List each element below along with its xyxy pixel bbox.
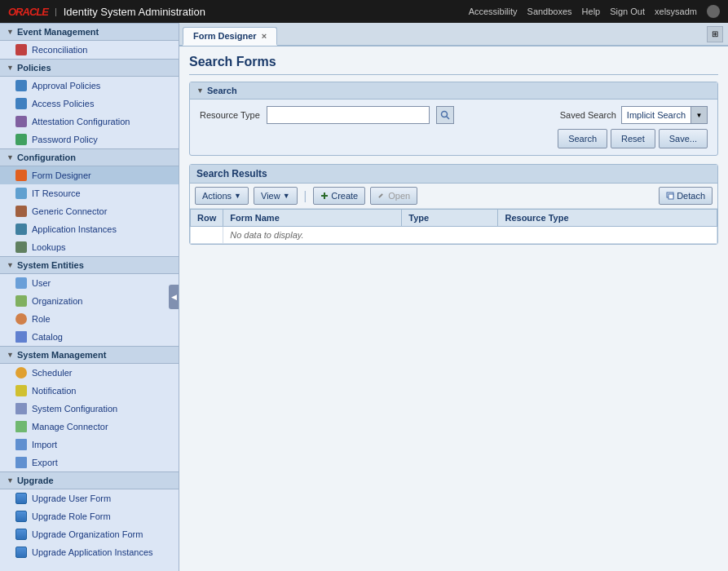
col-header-form-name: Form Name (223, 210, 402, 227)
section-toggle-upgrade[interactable]: ▼ (7, 476, 14, 485)
user-icon (15, 277, 28, 290)
results-toolbar: Actions ▼ View ▼ | Create (190, 184, 717, 209)
sidebar-item-application-instances[interactable]: Application Instances (0, 220, 179, 238)
sidebar-item-user[interactable]: User (0, 274, 179, 292)
sidebar-label-it-resource: IT Resource (32, 188, 81, 198)
sidebar-label-export: Export (32, 458, 58, 467)
sandboxes-link[interactable]: Sandboxes (527, 7, 572, 16)
open-label: Open (388, 191, 410, 201)
detach-button[interactable]: Detach (659, 187, 713, 205)
export-icon (15, 456, 28, 469)
save-button[interactable]: Save... (659, 129, 708, 148)
sidebar-item-system-configuration[interactable]: System Configuration (0, 400, 179, 418)
sidebar-label-generic-connector: Generic Connector (32, 206, 107, 216)
search-section: ▼ Search Resource Type (189, 82, 718, 156)
section-toggle-system-entities[interactable]: ▼ (7, 261, 14, 269)
results-table: Row Form Name Type Resource Type No data… (190, 209, 717, 244)
sidebar-item-role[interactable]: Role (0, 310, 179, 328)
view-label: View (261, 191, 280, 201)
sidebar-label-import: Import (32, 440, 57, 449)
header-left: ORACLE | Identity System Administration (8, 6, 205, 18)
sidebar-item-import[interactable]: Import (0, 436, 179, 454)
create-label: Create (331, 191, 358, 201)
sidebar-item-manage-connector[interactable]: Manage Connector (0, 418, 179, 436)
sidebar-item-upgrade-role-form[interactable]: Upgrade Role Form (0, 507, 179, 525)
results-header: Search Results (190, 165, 717, 184)
section-toggle-event-management[interactable]: ▼ (7, 28, 14, 36)
search-section-title: Search (207, 86, 237, 95)
resource-type-search-icon-btn[interactable] (436, 106, 454, 124)
search-button[interactable]: Search (558, 129, 607, 148)
table-no-data-message: No data to display. (223, 227, 717, 244)
sidebar-label-role: Role (32, 314, 51, 324)
resource-type-input[interactable] (267, 106, 430, 124)
manage-connector-icon (15, 420, 28, 433)
open-button[interactable]: Open (370, 187, 417, 205)
sidebar-item-generic-connector[interactable]: Generic Connector (0, 202, 179, 220)
sidebar-item-attestation-configuration[interactable]: Attestation Configuration (0, 113, 179, 131)
saved-search-dropdown-icon: ▼ (696, 112, 703, 119)
sidebar-section-event-management: ▼ Event Management (0, 23, 179, 41)
actions-dropdown-button[interactable]: Actions ▼ (195, 187, 249, 205)
sidebar-collapse-handle[interactable]: ◀ (169, 285, 179, 309)
svg-line-1 (446, 117, 449, 120)
tab-form-designer[interactable]: Form Designer × (183, 27, 277, 46)
actions-dropdown-arrow: ▼ (234, 192, 241, 200)
main-layout: ▼ Event Management Reconciliation ▼ Poli… (0, 23, 728, 571)
maximize-button[interactable]: ⊞ (707, 26, 723, 42)
saved-search-dropdown-btn[interactable]: ▼ (690, 107, 707, 123)
sidebar-item-notification[interactable]: Notification (0, 382, 179, 400)
sidebar-label-scheduler: Scheduler (32, 368, 73, 378)
catalog-icon (15, 330, 28, 343)
sidebar-item-organization[interactable]: Organization (0, 292, 179, 310)
search-toggle-icon[interactable]: ▼ (196, 86, 204, 95)
sidebar-item-password-policy[interactable]: Password Policy (0, 131, 179, 148)
sidebar-item-form-designer[interactable]: Form Designer (0, 166, 179, 184)
section-toggle-configuration[interactable]: ▼ (7, 153, 14, 162)
sidebar-label-upgrade-role-form: Upgrade Role Form (32, 511, 111, 521)
help-link[interactable]: Help (582, 7, 601, 16)
sidebar-item-lookups[interactable]: Lookups (0, 238, 179, 256)
saved-search-value: Implicit Search (622, 110, 690, 120)
upgrade-org-form-icon (15, 528, 28, 541)
content-area: Form Designer × ⊞ Search Forms ▼ Search (179, 23, 728, 571)
toolbar-separator: | (304, 189, 307, 202)
sidebar-item-access-policies[interactable]: Access Policies (0, 95, 179, 113)
sidebar-item-approval-policies[interactable]: Approval Policies (0, 77, 179, 95)
svg-point-0 (441, 112, 447, 117)
generic-connector-icon (15, 205, 28, 218)
saved-search-row: Saved Search Implicit Search ▼ (560, 106, 708, 124)
actions-label: Actions (202, 191, 232, 201)
access-policies-icon (15, 97, 28, 110)
sidebar-item-upgrade-user-form[interactable]: Upgrade User Form (0, 489, 179, 507)
section-label-system-management: System Management (17, 350, 106, 360)
section-toggle-policies[interactable]: ▼ (7, 64, 14, 72)
section-label-upgrade: Upgrade (17, 476, 54, 485)
import-icon (15, 438, 28, 451)
section-label-system-entities: System Entities (17, 260, 84, 270)
open-pencil-icon (377, 192, 386, 200)
sidebar-item-reconciliation[interactable]: Reconciliation (0, 41, 179, 59)
sidebar-item-scheduler[interactable]: Scheduler (0, 364, 179, 382)
upgrade-role-form-icon (15, 510, 28, 523)
view-dropdown-button[interactable]: View ▼ (254, 187, 298, 205)
create-plus-icon (320, 192, 329, 200)
form-designer-icon (15, 169, 28, 182)
sidebar-item-export[interactable]: Export (0, 454, 179, 471)
signout-link[interactable]: Sign Out (610, 7, 645, 16)
table-row: No data to display. (191, 227, 717, 244)
sidebar-item-catalog[interactable]: Catalog (0, 328, 179, 346)
accessibility-link[interactable]: Accessibility (469, 7, 518, 16)
sidebar-item-it-resource[interactable]: IT Resource (0, 184, 179, 202)
tab-close-form-designer[interactable]: × (262, 31, 267, 41)
system-configuration-icon (15, 402, 28, 415)
reset-button[interactable]: Reset (611, 129, 655, 148)
sidebar-label-form-designer: Form Designer (32, 170, 91, 180)
table-cell-row-num (191, 227, 223, 244)
sidebar-item-upgrade-org-form[interactable]: Upgrade Organization Form (0, 525, 179, 543)
create-button[interactable]: Create (313, 187, 365, 205)
sidebar-item-upgrade-app-instances[interactable]: Upgrade Application Instances (0, 543, 179, 561)
notification-icon (15, 384, 28, 397)
search-field-row: Resource Type (200, 106, 454, 124)
section-toggle-system-management[interactable]: ▼ (7, 351, 14, 359)
